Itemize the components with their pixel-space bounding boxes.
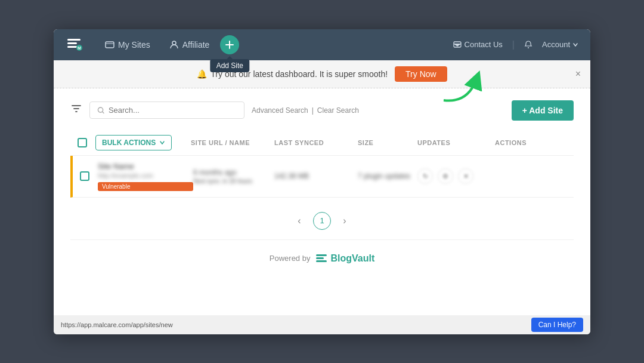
logo: M [66, 36, 82, 53]
svg-rect-5 [106, 42, 114, 48]
site-url: http://example.com [98, 172, 193, 179]
svg-rect-13 [316, 260, 327, 262]
blogvault-logo: BlogVault [315, 252, 374, 265]
refresh-action-icon[interactable]: ↻ [417, 168, 433, 184]
chevron-down-icon [159, 140, 165, 146]
svg-point-8 [528, 47, 529, 48]
site-meta: 6 months ago Next sync: in 18 hours [193, 168, 274, 184]
col-updates: UPDATES [417, 139, 495, 146]
notification-icon[interactable] [524, 41, 532, 49]
next-page-button[interactable]: › [336, 212, 354, 230]
add-site-tooltip: Add Site [210, 59, 249, 72]
banner-close-button[interactable]: × [575, 69, 581, 79]
bulk-actions-button[interactable]: BULK ACTIONS [95, 135, 172, 150]
contact-us-link[interactable]: Contact Us [453, 40, 503, 49]
search-box [89, 101, 244, 119]
last-synced-sub: Next sync: in 18 hours [193, 178, 274, 184]
search-divider: | [312, 106, 314, 115]
last-synced-main: 6 months ago [193, 168, 274, 177]
account-menu[interactable]: Account [542, 40, 578, 49]
svg-rect-0 [67, 39, 80, 41]
nav-right: Contact Us | Account [453, 39, 578, 50]
footer: Powered by BlogVault [70, 239, 574, 272]
vulnerable-badge: Vulnerable [98, 182, 193, 191]
search-input[interactable] [109, 106, 237, 115]
main-content: Advanced Search | Clear Search + Add Sit… [54, 88, 590, 315]
toolbar: Advanced Search | Clear Search + Add Sit… [70, 100, 574, 121]
svg-rect-11 [316, 254, 327, 256]
bell-icon: 🔔 [197, 69, 207, 79]
more-action-icon[interactable]: ✕ [458, 168, 473, 184]
svg-rect-12 [316, 257, 324, 259]
bulk-actions-header: BULK ACTIONS [95, 135, 191, 150]
prev-page-button[interactable]: ‹ [290, 212, 308, 230]
status-bar: https://app.malcare.com/app/sites/new Ca… [54, 315, 590, 334]
settings-action-icon[interactable]: ⚙ [438, 168, 453, 184]
table-header: BULK ACTIONS SITE URL / NAME LAST SYNCED… [70, 130, 574, 156]
col-actions: ACTIONS [495, 139, 566, 146]
col-last-synced: LAST SYNCED [274, 139, 358, 146]
svg-text:M: M [78, 46, 81, 50]
page-1-button[interactable]: 1 [313, 212, 331, 230]
nav-affiliate[interactable]: Affiliate [161, 36, 218, 53]
table-row: Site Name http://example.com Vulnerable … [70, 156, 574, 198]
row-checkbox[interactable] [80, 171, 98, 181]
powered-by-text: Powered by [270, 254, 311, 263]
nav-bar: M My Sites Affiliate Add Site Contact Us… [54, 29, 590, 60]
nav-divider: | [512, 39, 515, 50]
nav-links: My Sites Affiliate Add Site [97, 35, 453, 54]
can-i-help-button[interactable]: Can I Help? [531, 318, 583, 332]
add-site-nav-button[interactable]: Add Site [220, 35, 239, 54]
add-site-button[interactable]: + Add Site [512, 100, 574, 121]
select-all-checkbox[interactable] [78, 138, 95, 147]
site-updates: 7 plugin updates [358, 172, 417, 180]
toolbar-wrapper: Advanced Search | Clear Search + Add Sit… [70, 100, 574, 121]
filter-icon[interactable] [70, 103, 82, 118]
clear-search-link[interactable]: Clear Search [317, 106, 359, 115]
site-size: 142.38 MB [274, 172, 358, 180]
nav-my-sites[interactable]: My Sites [97, 36, 159, 53]
col-size: SIZE [358, 139, 417, 146]
search-links: Advanced Search | Clear Search [252, 106, 359, 115]
svg-point-6 [172, 41, 176, 45]
status-url: https://app.malcare.com/app/sites/new [61, 321, 173, 328]
promo-banner: 🔔 Try out our latest dashboard. It is su… [54, 60, 590, 88]
search-icon [97, 106, 105, 115]
advanced-search-link[interactable]: Advanced Search [252, 106, 308, 115]
svg-rect-1 [67, 42, 77, 44]
site-info: Site Name http://example.com Vulnerable [98, 162, 193, 191]
col-site-url: SITE URL / NAME [191, 139, 274, 146]
site-name: Site Name [98, 162, 193, 171]
try-now-button[interactable]: Try Now [395, 66, 447, 82]
action-icons: ↻ ⚙ ✕ [417, 168, 495, 184]
pagination: ‹ 1 › [70, 212, 574, 230]
